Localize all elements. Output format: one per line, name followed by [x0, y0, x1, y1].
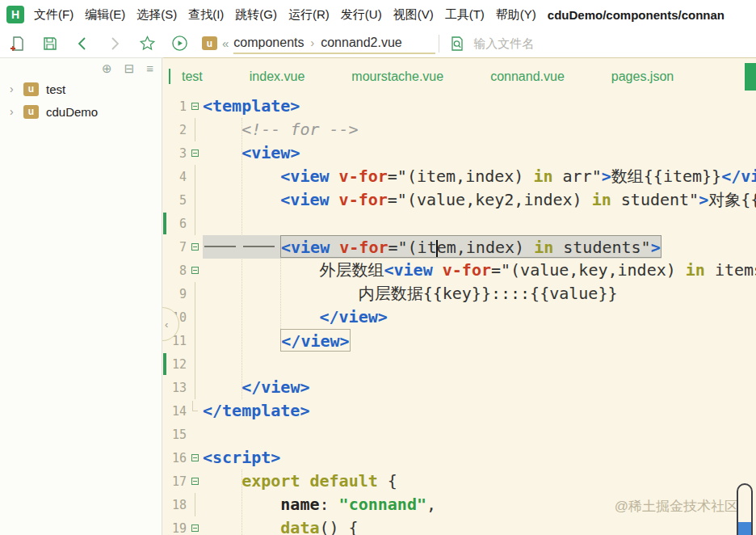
code-token: student" — [611, 190, 699, 209]
tab-connand.vue[interactable]: connand.vue — [467, 70, 588, 84]
code-line[interactable]: 4 <view v-for="(item,index) in arr">数组{{… — [162, 165, 756, 188]
code-line-content[interactable]: 外层数组<view v-for="(value,key,index) in it… — [203, 259, 756, 282]
code-line-content[interactable]: </view> — [203, 305, 388, 329]
fold-column — [187, 118, 203, 141]
save-button[interactable] — [40, 34, 60, 53]
code-line[interactable]: 17 export default { — [162, 470, 756, 493]
fold-column — [187, 423, 203, 446]
code-line-content[interactable]: 内层数据{{key}}::::{{value}} — [203, 282, 617, 305]
star-icon — [139, 35, 156, 52]
code-line-content[interactable]: data() { — [203, 516, 359, 535]
code-line[interactable]: 8 外层数组<view v-for="(value,key,index) in … — [162, 259, 756, 282]
code-line[interactable]: 16<script> — [162, 446, 756, 470]
scrollbar[interactable] — [737, 483, 753, 535]
chevron-right-icon[interactable]: › — [10, 105, 16, 118]
fold-collapse-icon[interactable] — [191, 524, 199, 532]
code-area[interactable]: 1<template>2 <!-- for -->3 <view>4 <view… — [162, 95, 756, 535]
menu-item[interactable]: 运行(R) — [288, 7, 330, 23]
tree-item-cduDemo[interactable]: ›ucduDemo — [0, 100, 162, 123]
menu-item[interactable]: 编辑(E) — [85, 7, 125, 23]
menu-item[interactable]: 视图(V) — [393, 7, 434, 23]
menu-item[interactable]: 跳转(G) — [235, 7, 277, 23]
code-line[interactable]: 10 </view> — [162, 305, 756, 329]
tab-pages.json[interactable]: pages.json — [588, 70, 697, 84]
fold-collapse-icon[interactable] — [191, 478, 199, 485]
change-marker — [163, 353, 166, 375]
menu-item[interactable]: 文件(F) — [34, 7, 74, 23]
code-line-content[interactable]: <view v-for="(value,key2,index) in stude… — [203, 188, 756, 212]
navigate-forward-button[interactable] — [105, 34, 124, 53]
code-token — [330, 238, 339, 257]
fold-collapse-icon[interactable] — [191, 150, 199, 157]
menu-item[interactable]: 发行(U) — [341, 7, 382, 23]
breadcrumb[interactable]: components › connand2.vue — [233, 33, 435, 54]
code-token: 外层数组 — [203, 260, 384, 280]
fold-column — [187, 165, 203, 188]
code-line-content[interactable]: export default { — [203, 470, 397, 493]
explorer-menu-icon[interactable]: ≡ — [146, 61, 153, 76]
breadcrumb-collapse-icon[interactable]: « — [222, 36, 229, 50]
code-line-content[interactable]: <view v-for="(item,index) in arr">数组{{it… — [203, 165, 756, 188]
bookmark-button[interactable] — [137, 34, 157, 53]
tab-whitespace-marker — [242, 235, 280, 258]
scrollbar-thumb[interactable] — [738, 522, 751, 535]
gutter: 3 — [162, 141, 203, 165]
code-line[interactable]: 1<template> — [162, 95, 756, 118]
code-line-content[interactable]: <template> — [203, 95, 300, 118]
code-token: export — [242, 471, 300, 491]
collapse-all-icon[interactable]: ⊟ — [124, 61, 135, 76]
code-line[interactable]: 2 <!-- for --> — [162, 118, 756, 141]
breadcrumb-parent[interactable]: components — [233, 36, 304, 50]
run-button[interactable] — [170, 34, 189, 53]
code-token: arr" — [553, 166, 602, 186]
code-line-content[interactable]: <!-- for --> — [203, 118, 359, 141]
line-number: 15 — [162, 428, 187, 442]
code-token: ="(value,key,index) — [491, 260, 686, 280]
navigate-back-button[interactable] — [73, 34, 92, 53]
search-input[interactable] — [472, 36, 738, 51]
code-line[interactable]: 13 </view> — [162, 376, 756, 399]
code-line-content[interactable]: name: "connand", — [203, 493, 436, 516]
code-token: default — [309, 471, 377, 491]
code-line[interactable]: 7<view v-for="(item,index) in students"> — [162, 235, 756, 259]
code-line[interactable]: 3 <view> — [162, 141, 756, 165]
code-line-content[interactable]: <view> — [203, 141, 300, 165]
fold-collapse-icon[interactable] — [191, 243, 199, 251]
fold-collapse-icon[interactable] — [191, 267, 199, 274]
menu-item[interactable]: 查找(I) — [188, 7, 224, 23]
code-line[interactable]: 15 — [162, 423, 756, 446]
code-line-content[interactable]: <script> — [203, 446, 280, 470]
code-token: v-for — [339, 190, 388, 209]
chevron-right-icon[interactable]: › — [10, 82, 16, 95]
tab-mourstache.vue[interactable]: mourstache.vue — [328, 70, 467, 84]
gutter: 18 — [162, 493, 203, 516]
code-line-content[interactable]: <view v-for="(item,index) in students"> — [203, 235, 662, 259]
tab-index.vue[interactable]: index.vue — [226, 70, 329, 84]
tab-test[interactable]: test — [177, 70, 226, 84]
code-line[interactable]: 5 <view v-for="(value,key2,index) in stu… — [162, 188, 756, 212]
fold-range-line — [195, 352, 195, 376]
new-file-button[interactable] — [8, 34, 27, 53]
fold-collapse-icon[interactable] — [191, 454, 199, 461]
window-title: cduDemo/components/connan — [548, 8, 756, 22]
tree-item-test[interactable]: ›utest — [0, 78, 162, 100]
code-line[interactable]: 19 data() { — [162, 516, 756, 535]
fold-collapse-icon[interactable] — [191, 103, 199, 110]
code-line-content[interactable]: </template> — [203, 399, 309, 423]
code-line[interactable]: 12 — [162, 352, 756, 376]
menu-item[interactable]: 工具(T) — [445, 7, 485, 23]
code-line[interactable]: 9 内层数据{{key}}::::{{value}} — [162, 282, 756, 305]
save-icon — [42, 36, 58, 52]
menu-item[interactable]: 选择(S) — [136, 7, 177, 23]
code-line-content[interactable]: </view> — [203, 376, 309, 399]
tab-active-partial[interactable] — [745, 63, 756, 91]
code-token: , — [426, 495, 436, 514]
code-line[interactable]: 6 — [162, 212, 756, 235]
locate-file-icon[interactable]: ⊕ — [102, 61, 112, 76]
code-line[interactable]: 14</template> — [162, 399, 756, 423]
breadcrumb-current[interactable]: connand2.vue — [321, 36, 402, 50]
code-line-content[interactable]: </view> — [203, 329, 351, 352]
breadcrumb-separator-icon: › — [311, 36, 315, 49]
code-line[interactable]: 11 </view> — [162, 329, 756, 352]
menu-item[interactable]: 帮助(Y) — [496, 7, 536, 23]
